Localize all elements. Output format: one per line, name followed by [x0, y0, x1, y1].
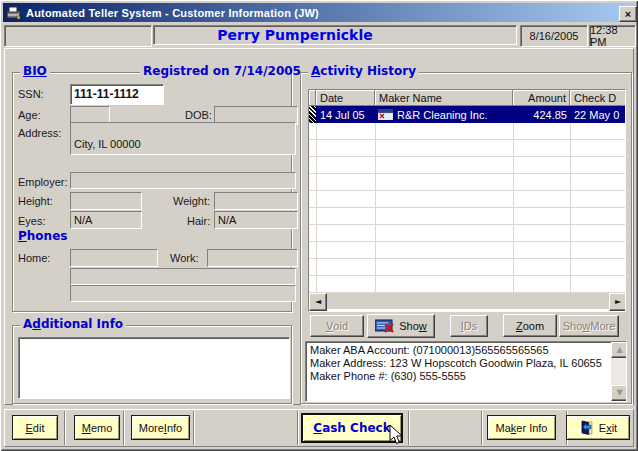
check-image-icon	[378, 109, 393, 120]
grid-hscrollbar[interactable]: ◄ ►	[309, 293, 625, 309]
scroll-down-icon: ▼	[616, 389, 622, 397]
dob-label: DOB:	[185, 109, 212, 121]
weight-label: Weight:	[173, 195, 210, 207]
scroll-left-icon: ◄	[315, 298, 321, 306]
row-date: 14 Jul 05	[316, 106, 375, 123]
edit-button[interactable]: Edit	[12, 415, 58, 440]
address-label: Address:	[18, 127, 61, 139]
row-amount: 424.85	[513, 106, 570, 123]
scroll-left-button[interactable]: ◄	[309, 293, 327, 311]
phone-extra-field-2	[70, 285, 296, 302]
maker-details-scrollbar[interactable]: ▲ ▼	[611, 342, 626, 399]
hair-label: Hair:	[187, 215, 210, 227]
cash-check-button[interactable]: Cash Check	[301, 413, 403, 443]
activity-row[interactable]: 14 Jul 05 R&R Cleaning Inc. 424.85 22 Ma…	[309, 106, 625, 123]
title-bar: Automated Teller System - Customer Infor…	[3, 3, 635, 22]
age-label: Age:	[18, 109, 41, 121]
footer-divider	[481, 411, 483, 445]
grid-header-date[interactable]: Date	[316, 90, 375, 106]
additional-info-legend: Additional Info	[20, 318, 126, 331]
app-window: Automated Teller System - Customer Infor…	[0, 0, 638, 451]
registered-label: Registred on 7/14/2005	[140, 65, 290, 78]
work-label: Work:	[170, 252, 199, 264]
show-button-label: Show	[399, 320, 427, 332]
maker-info-button[interactable]: Maker Info	[487, 415, 556, 440]
grid-vline	[316, 123, 317, 293]
weight-field	[214, 192, 298, 210]
customer-name-panel: Perry Pumpernickle	[153, 25, 517, 45]
bio-legend: BIO	[20, 65, 50, 78]
row-selector	[309, 106, 316, 123]
grid-header-selector	[309, 90, 316, 106]
scroll-up-icon: ▲	[616, 346, 622, 354]
grid-header-maker-name[interactable]: Maker Name	[375, 90, 513, 106]
mouse-cursor	[389, 424, 404, 448]
footer-divider	[123, 411, 125, 445]
scroll-right-button[interactable]: ►	[609, 293, 626, 311]
exit-button[interactable]: Exit	[566, 415, 630, 440]
ssn-field[interactable]: 111-11-1112	[70, 84, 164, 105]
employer-field	[70, 172, 296, 189]
eyes-field: N/A	[70, 211, 142, 229]
home-label: Home:	[18, 252, 50, 264]
maker-aba-line: Maker ABA Account: (071000013)5655655655…	[310, 344, 622, 357]
phone-extra-field-1	[70, 268, 296, 285]
hair-field: N/A	[214, 211, 298, 229]
ssn-label: SSN:	[18, 88, 44, 100]
grid-vline	[513, 123, 514, 293]
height-label: Height:	[18, 195, 53, 207]
row-maker: R&R Cleaning Inc.	[375, 106, 513, 123]
grid-empty-rows	[309, 123, 625, 293]
activity-grid: Date Maker Name Amount Check D 14 Jul 05…	[308, 89, 626, 312]
footer-divider	[64, 411, 66, 445]
employer-label: Employer:	[18, 176, 68, 188]
grid-header-amount[interactable]: Amount	[513, 90, 570, 106]
void-button[interactable]: Void	[310, 315, 364, 337]
additional-info-textbox[interactable]	[18, 337, 290, 399]
header-left-panel	[4, 25, 152, 47]
time-panel: 12:38 PM	[589, 25, 636, 47]
home-phone-field	[70, 249, 158, 267]
current-date: 8/16/2005	[530, 30, 579, 42]
maker-address-line: Maker Address: 123 W Hopscotch Goodwin P…	[310, 357, 622, 370]
scroll-up-button[interactable]: ▲	[611, 342, 627, 358]
scroll-right-icon: ►	[615, 298, 621, 306]
address-line1	[74, 125, 292, 138]
work-phone-field	[207, 249, 298, 267]
phones-legend: Phones	[18, 229, 67, 243]
ids-button[interactable]: IDs	[450, 315, 488, 337]
show-check-icon	[375, 319, 396, 333]
show-more-button[interactable]: Show More	[559, 315, 619, 337]
grid-vline	[570, 123, 571, 293]
memo-button[interactable]: Memo	[74, 415, 120, 440]
more-info-button[interactable]: More Info	[131, 415, 190, 440]
row-check-date: 22 May 0	[570, 106, 625, 123]
app-icon	[6, 5, 22, 22]
grid-header-check-date[interactable]: Check D	[570, 90, 625, 106]
grid-vline	[375, 123, 376, 293]
zoom-button[interactable]: Zoom	[503, 314, 557, 337]
address-line2: City, IL 00000	[74, 138, 292, 150]
maker-details-textbox[interactable]: Maker ABA Account: (071000013)5655655655…	[305, 341, 627, 402]
height-field	[70, 192, 142, 210]
show-button[interactable]: Show	[367, 314, 435, 338]
footer-divider	[193, 411, 195, 445]
exit-button-label: Exit	[599, 422, 617, 434]
window-title: Automated Teller System - Customer Infor…	[26, 7, 319, 19]
address-field: City, IL 00000	[70, 122, 296, 155]
eyes-label: Eyes:	[18, 215, 46, 227]
exit-door-icon	[579, 420, 595, 436]
footer-divider	[408, 411, 410, 445]
date-panel: 8/16/2005	[520, 25, 588, 47]
scroll-down-button[interactable]: ▼	[611, 385, 627, 401]
footer-divider	[297, 411, 299, 445]
current-time: 12:38 PM	[590, 24, 635, 48]
maker-phone-line: Maker Phone #: (630) 555-5555	[310, 370, 622, 383]
customer-name: Perry Pumpernickle	[217, 27, 372, 43]
close-button[interactable]: ×	[619, 6, 637, 22]
row-maker-name: R&R Cleaning Inc.	[397, 109, 488, 121]
activity-history-legend: Activity History	[308, 65, 419, 78]
